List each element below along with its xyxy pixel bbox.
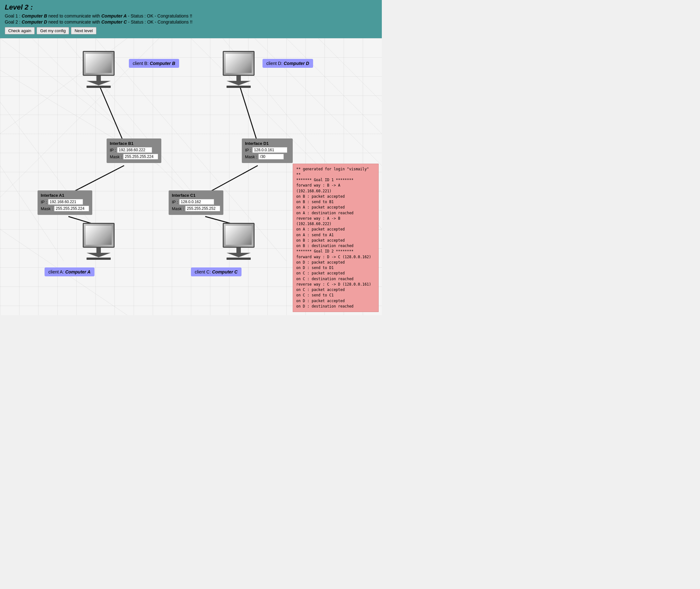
- goal1-line: Goal 1 : Computer B need to communicate …: [5, 13, 377, 18]
- interface-d1-ip-label: IP :: [245, 148, 251, 153]
- interface-a1-ip-row: IP :: [41, 199, 89, 205]
- check-again-button[interactable]: Check again: [5, 27, 35, 34]
- log-line: on D : destination reached: [296, 304, 375, 309]
- get-my-config-button[interactable]: Get my config: [37, 27, 69, 34]
- foot-d: [227, 81, 251, 85]
- network-canvas: client B: Computer B client D: Computer …: [0, 38, 382, 315]
- interface-a1-mask-label: Mask :: [41, 206, 53, 211]
- goal2-middle: need to communicate with: [47, 19, 101, 24]
- interface-a1-mask-input[interactable]: [54, 206, 89, 211]
- interface-b1-mask-row: Mask :: [110, 154, 158, 160]
- interface-b1-title: Interface B1: [110, 141, 158, 146]
- interface-d1-ip-row: IP :: [245, 147, 290, 153]
- action-buttons: Check again Get my config Next level: [5, 27, 377, 34]
- interface-a1-ip-label: IP :: [41, 200, 47, 204]
- base-b: [86, 85, 111, 88]
- log-content: ** generated for login "vismaily" ******…: [296, 167, 375, 310]
- log-line: on A : packet accepted: [296, 205, 375, 210]
- interface-b1-mask-label: Mask :: [110, 154, 122, 159]
- foot-c: [227, 253, 251, 257]
- neck-d: [237, 76, 241, 81]
- client-a-name: Computer A: [65, 269, 91, 274]
- interface-a1-title: Interface A1: [41, 193, 89, 198]
- log-line: on B : packet accepted: [296, 194, 375, 199]
- computer-d: [223, 51, 255, 88]
- interface-b1-box: Interface B1 IP : Mask :: [106, 139, 161, 163]
- computer-a: [83, 223, 114, 260]
- goal1-subject: Computer B: [22, 13, 47, 18]
- log-line: on B : send to B1: [296, 199, 375, 205]
- interface-c1-mask-label: Mask :: [172, 206, 184, 211]
- monitor-c: [223, 223, 255, 248]
- interface-d1-mask-label: Mask :: [245, 154, 257, 159]
- svg-line-11: [318, 38, 382, 102]
- log-line: on A : destination reached: [296, 210, 375, 216]
- svg-line-15: [100, 87, 124, 143]
- base-c: [227, 257, 251, 260]
- interface-c1-mask-input[interactable]: [185, 206, 220, 211]
- goal2-target: Computer C: [101, 19, 127, 24]
- computer-b: [83, 51, 114, 88]
- log-line: reverse way : A -> B (192.168.60.222): [296, 216, 375, 227]
- client-b-label: client B: Computer B: [129, 59, 179, 68]
- neck-a: [96, 248, 101, 253]
- log-line: on A : packet accepted: [296, 227, 375, 232]
- interface-d1-mask-input[interactable]: [258, 154, 284, 160]
- interface-c1-ip-input[interactable]: [179, 199, 214, 205]
- interface-b1-ip-input[interactable]: [117, 147, 152, 153]
- interface-b1-ip-label: IP :: [110, 148, 116, 153]
- header: Level 2 : Goal 1 : Computer B need to co…: [0, 0, 382, 38]
- monitor-b: [83, 51, 114, 76]
- goal2-status: - Status : OK - Congratulations !!: [127, 19, 193, 24]
- interface-c1-ip-label: IP :: [172, 200, 178, 204]
- base-a: [86, 257, 111, 260]
- log-line: forward way : D -> C (128.0.0.162): [296, 254, 375, 260]
- interface-b1-ip-row: IP :: [110, 147, 158, 153]
- computer-c: [223, 223, 255, 260]
- log-line: on A : send to A1: [296, 232, 375, 238]
- interface-a1-ip-input[interactable]: [48, 199, 83, 205]
- interface-c1-mask-row: Mask :: [172, 206, 220, 211]
- log-box: ** generated for login "vismaily" ******…: [293, 164, 379, 312]
- log-line: reverse way : C -> D (128.0.0.161): [296, 282, 375, 287]
- neck-b: [96, 76, 101, 81]
- goal2-line: Goal 2 : Computer D need to communicate …: [5, 19, 377, 24]
- log-line: ******* Goal ID 1 ********: [296, 177, 375, 183]
- client-d-label: client D: Computer D: [263, 59, 313, 68]
- log-line: on B : destination reached: [296, 243, 375, 249]
- log-line: ** generated for login "vismaily" **: [296, 167, 375, 178]
- svg-line-10: [286, 38, 382, 134]
- interface-d1-title: Interface D1: [245, 141, 290, 146]
- log-line: forward way : B -> A (192.168.60.221): [296, 183, 375, 194]
- goal1-status: - Status : OK - Congratulations !!: [127, 13, 192, 18]
- client-c-label: client C: Computer C: [191, 267, 242, 276]
- next-level-button[interactable]: Next level: [71, 27, 96, 34]
- client-c-name: Computer C: [212, 269, 237, 274]
- monitor-d: [223, 51, 255, 76]
- foot-a: [86, 253, 111, 257]
- svg-line-19: [205, 166, 258, 194]
- interface-a1-box: Interface A1 IP : Mask :: [38, 190, 92, 215]
- log-line: on C : packet accepted: [296, 287, 375, 292]
- foot-b: [86, 81, 111, 85]
- interface-d1-box: Interface D1 IP : Mask :: [242, 139, 293, 163]
- log-line: on D : send to D1: [296, 265, 375, 270]
- base-d: [227, 85, 251, 88]
- svg-line-16: [68, 166, 124, 194]
- interface-b1-mask-input[interactable]: [123, 154, 158, 160]
- interface-d1-mask-row: Mask :: [245, 154, 290, 160]
- client-b-name: Computer B: [150, 61, 175, 66]
- log-line: on D : packet accepted: [296, 260, 375, 265]
- interface-d1-ip-input[interactable]: [252, 147, 287, 153]
- svg-line-18: [240, 87, 258, 143]
- client-d-name: Computer D: [284, 61, 309, 66]
- neck-c: [237, 248, 241, 253]
- monitor-a: [83, 223, 114, 248]
- log-line: on D : packet accepted: [296, 298, 375, 304]
- log-line: on B : packet accepted: [296, 238, 375, 243]
- interface-c1-ip-row: IP :: [172, 199, 220, 205]
- log-line: on C : packet accepted: [296, 270, 375, 276]
- goal2-prefix: Goal 2 :: [5, 19, 22, 24]
- log-line: ******* Goal ID 2 ********: [296, 249, 375, 254]
- interface-c1-box: Interface C1 IP : Mask :: [168, 190, 223, 215]
